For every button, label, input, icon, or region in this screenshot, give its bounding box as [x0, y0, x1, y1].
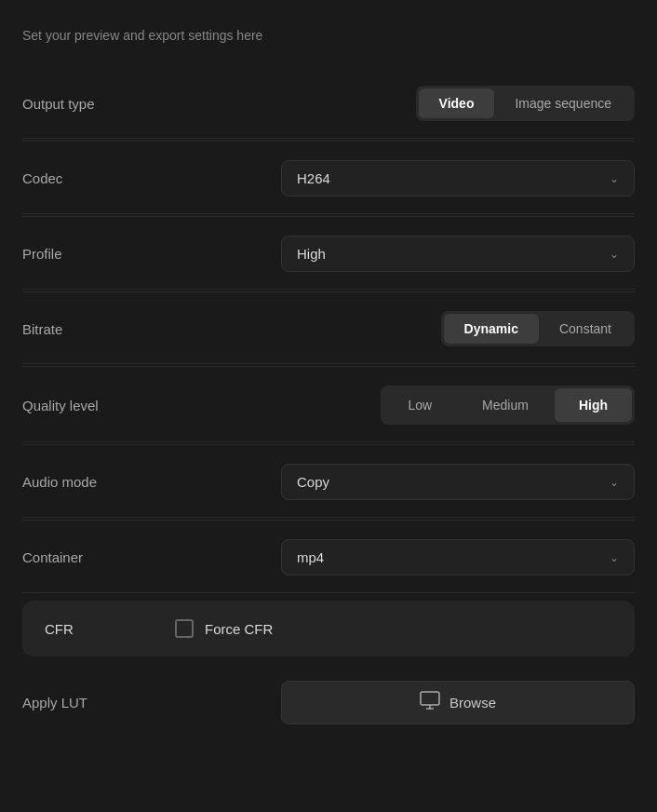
force-cfr-checkbox[interactable]	[175, 619, 194, 638]
browse-monitor-icon	[420, 691, 440, 714]
bitrate-toggle: Dynamic Constant	[441, 311, 635, 346]
audio-mode-value: Copy	[297, 474, 329, 490]
quality-medium-btn[interactable]: Medium	[458, 388, 553, 422]
divider-3	[22, 291, 635, 292]
browse-label: Browse	[449, 695, 496, 710]
bitrate-row: Bitrate Dynamic Constant	[22, 294, 635, 364]
divider-1	[22, 141, 635, 142]
bitrate-label: Bitrate	[22, 321, 153, 337]
audio-mode-label: Audio mode	[22, 474, 153, 490]
profile-label: Profile	[22, 246, 153, 262]
quality-low-btn[interactable]: Low	[383, 388, 456, 422]
bitrate-constant-btn[interactable]: Constant	[539, 314, 632, 344]
audio-mode-control: Copy ⌄	[153, 464, 635, 500]
svg-rect-0	[421, 692, 439, 705]
container-dropdown[interactable]: mp4 ⌄	[281, 539, 635, 575]
bitrate-control: Dynamic Constant	[153, 311, 635, 346]
container-row: Container mp4 ⌄	[22, 522, 635, 593]
output-type-image-seq-btn[interactable]: Image sequence	[494, 88, 632, 118]
bitrate-dynamic-btn[interactable]: Dynamic	[444, 314, 539, 344]
audio-mode-row: Audio mode Copy ⌄	[22, 447, 635, 518]
codec-label: Codec	[22, 170, 153, 186]
output-type-row: Output type Video Image sequence	[22, 69, 635, 139]
output-type-video-btn[interactable]: Video	[419, 88, 495, 118]
divider-2	[22, 216, 635, 217]
codec-row: Codec H264 ⌄	[22, 143, 635, 214]
codec-arrow-icon: ⌄	[610, 172, 619, 185]
profile-row: Profile High ⌄	[22, 219, 635, 290]
divider-4	[22, 366, 635, 367]
codec-dropdown[interactable]: H264 ⌄	[281, 160, 635, 196]
profile-control: High ⌄	[153, 236, 635, 272]
output-type-label: Output type	[22, 96, 153, 112]
force-cfr-label: Force CFR	[205, 621, 273, 637]
codec-control: H264 ⌄	[153, 160, 635, 196]
cfr-row: CFR Force CFR	[22, 601, 635, 656]
audio-mode-arrow-icon: ⌄	[610, 476, 619, 489]
quality-level-control: Low Medium High	[153, 386, 635, 425]
container-control: mp4 ⌄	[153, 539, 635, 575]
profile-arrow-icon: ⌄	[610, 248, 619, 261]
output-type-control: Video Image sequence	[153, 86, 635, 121]
settings-panel: Set your preview and export settings her…	[0, 0, 657, 812]
divider-6	[22, 520, 635, 521]
output-type-toggle: Video Image sequence	[416, 86, 635, 121]
cfr-control: Force CFR	[175, 619, 273, 638]
profile-dropdown[interactable]: High ⌄	[281, 236, 635, 272]
codec-value: H264	[297, 170, 330, 186]
apply-lut-label: Apply LUT	[22, 695, 153, 710]
quality-high-btn[interactable]: High	[555, 388, 632, 422]
audio-mode-dropdown[interactable]: Copy ⌄	[281, 464, 635, 500]
divider-5	[22, 444, 635, 445]
cfr-label: CFR	[45, 621, 175, 637]
apply-lut-row: Apply LUT Browse	[22, 664, 635, 741]
quality-level-row: Quality level Low Medium High	[22, 369, 635, 442]
browse-button[interactable]: Browse	[281, 681, 635, 724]
profile-value: High	[297, 246, 326, 262]
quality-level-toggle: Low Medium High	[381, 386, 635, 425]
quality-level-label: Quality level	[22, 398, 153, 413]
container-label: Container	[22, 549, 153, 565]
container-arrow-icon: ⌄	[610, 551, 619, 564]
panel-subtitle: Set your preview and export settings her…	[22, 28, 635, 43]
container-value: mp4	[297, 549, 324, 565]
